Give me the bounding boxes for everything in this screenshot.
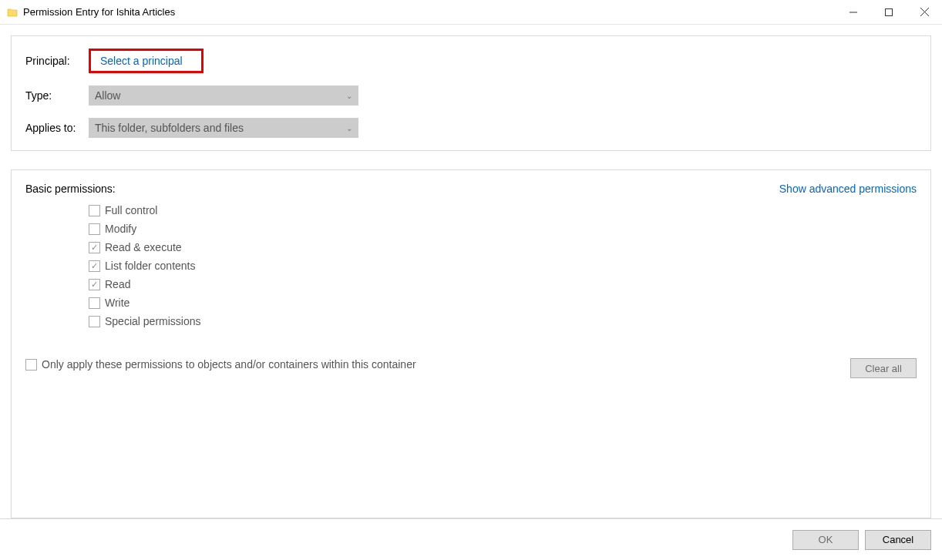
titlebar: Permission Entry for Ishita Articles — [0, 0, 942, 25]
type-combobox[interactable]: Allow ⌄ — [89, 86, 358, 106]
permission-checkbox[interactable] — [89, 297, 100, 309]
folder-icon — [6, 6, 19, 18]
permission-label: Write — [105, 297, 130, 309]
permission-checkbox[interactable] — [89, 242, 100, 253]
permission-item: Write — [89, 297, 917, 309]
permission-checkbox[interactable] — [89, 279, 100, 290]
permission-item: Read & execute — [89, 241, 917, 253]
window-title: Permission Entry for Ishita Articles — [23, 6, 836, 18]
dialog-footer: OK Cancel — [0, 518, 942, 560]
close-button[interactable] — [907, 0, 942, 24]
clear-all-button[interactable]: Clear all — [850, 358, 917, 378]
select-principal-link[interactable]: Select a principal — [96, 53, 187, 69]
permission-checkbox[interactable] — [89, 260, 100, 272]
chevron-down-icon: ⌄ — [346, 124, 352, 132]
only-apply-checkbox[interactable] — [25, 359, 37, 371]
permission-checkbox[interactable] — [89, 205, 100, 216]
permission-item: Read — [89, 278, 917, 290]
permission-label: Special permissions — [105, 315, 201, 327]
svg-rect-1 — [886, 8, 893, 15]
minimize-button[interactable] — [836, 0, 871, 24]
applies-to-label: Applies to: — [25, 122, 89, 134]
permission-label: List folder contents — [105, 260, 196, 272]
permission-label: Modify — [105, 223, 136, 235]
permission-item: List folder contents — [89, 260, 917, 272]
principal-panel: Principal: Select a principal Type: Allo… — [11, 35, 931, 151]
permission-checkbox[interactable] — [89, 316, 100, 327]
show-advanced-permissions-link[interactable]: Show advanced permissions — [779, 183, 917, 195]
window-controls — [836, 0, 942, 24]
permissions-panel: Basic permissions: Show advanced permiss… — [11, 169, 931, 518]
principal-highlight: Select a principal — [89, 49, 204, 73]
chevron-down-icon: ⌄ — [346, 92, 352, 100]
type-value: Allow — [95, 89, 120, 102]
maximize-button[interactable] — [871, 0, 907, 24]
permission-label: Read — [105, 278, 130, 290]
permissions-list: Full controlModifyRead & executeList fol… — [89, 204, 917, 327]
permission-label: Read & execute — [105, 241, 182, 253]
applies-to-combobox[interactable]: This folder, subfolders and files ⌄ — [89, 118, 358, 138]
applies-to-value: This folder, subfolders and files — [95, 122, 244, 134]
basic-permissions-label: Basic permissions: — [25, 183, 116, 195]
permission-item: Special permissions — [89, 315, 917, 327]
only-apply-label: Only apply these permissions to objects … — [42, 358, 416, 371]
cancel-button[interactable]: Cancel — [865, 530, 931, 550]
permission-item: Modify — [89, 223, 917, 235]
permission-checkbox[interactable] — [89, 223, 100, 235]
permission-label: Full control — [105, 204, 157, 216]
type-label: Type: — [25, 89, 89, 102]
principal-label: Principal: — [25, 55, 89, 67]
ok-button[interactable]: OK — [792, 530, 859, 550]
permission-item: Full control — [89, 204, 917, 216]
